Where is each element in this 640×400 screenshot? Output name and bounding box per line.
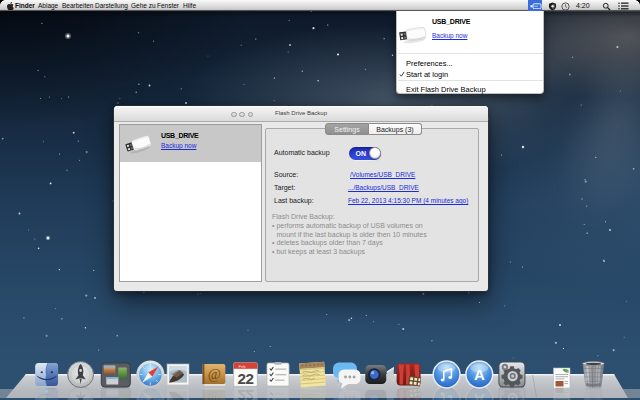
svg-text:@: @: [208, 366, 221, 382]
svg-text:22: 22: [238, 370, 254, 387]
svg-text:Feb: Feb: [238, 364, 246, 369]
